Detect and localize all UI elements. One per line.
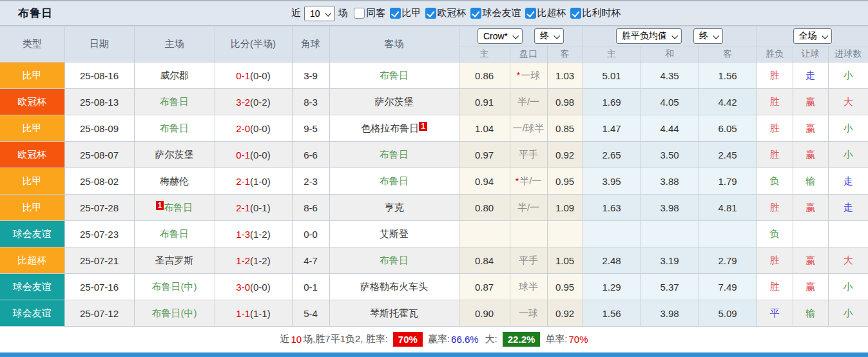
avg-odds-away: 5.09 (699, 300, 757, 327)
odds-header-group: Crow* 终 (459, 26, 583, 46)
subcol-header: 盘口 (510, 46, 547, 63)
col-header-corner: 角球 (292, 26, 329, 63)
avg-source-value: 胜平负均值 (622, 30, 667, 42)
filter-checkbox[interactable] (425, 8, 436, 19)
avg-odds-away: 2.45 (699, 142, 757, 168)
stats-page: 布鲁日 近 10 场 同客 比甲欧冠杯球会友谊比超杯比利时杯 类型 日期 (0, 0, 868, 357)
scope-value: 全场 (799, 30, 817, 42)
match-type-badge: 比甲 (0, 195, 64, 221)
same-venue-checkbox[interactable] (354, 8, 365, 19)
subcol-header: 让球 (793, 46, 828, 63)
odds-home: 0.90 (459, 300, 510, 327)
corner-count: 5-4 (292, 300, 329, 327)
halftime-score: (1-0) (250, 176, 271, 187)
avg-odds-draw: 4.44 (641, 115, 699, 142)
halftime-score: (0-0) (250, 123, 271, 134)
filter-checkbox[interactable] (570, 8, 581, 19)
team-name: 琴斯托霍瓦 (370, 307, 418, 318)
match-count-select[interactable]: 10 (304, 6, 335, 21)
team-name: 布鲁日 (380, 255, 409, 265)
result-text: 小 (844, 70, 853, 81)
odds-away: 0.95 (547, 274, 583, 300)
result-text: 走 (805, 70, 815, 81)
result-goals: 大 (828, 247, 868, 274)
team-name: 萨尔茨堡 (375, 96, 414, 107)
result-goals: 小 (828, 142, 868, 168)
avg-odds-home: 1.69 (583, 89, 641, 115)
filter-checkbox[interactable] (470, 8, 481, 19)
result-text: 赢 (805, 149, 815, 160)
result-text: 胜 (770, 122, 780, 133)
match-date: 25-08-13 (64, 89, 134, 115)
odds-away: 1.05 (547, 247, 583, 274)
avg-source-select[interactable]: 胜平负均值 (616, 28, 682, 44)
handicap-cell: *半/一 (510, 168, 547, 195)
result-text: 负 (770, 175, 780, 186)
corner-count: 0-0 (292, 221, 329, 247)
home-team-cell: 威尔郡 (134, 63, 215, 89)
match-date: 25-08-02 (64, 168, 134, 195)
team-name: 布鲁日 (380, 175, 409, 186)
match-type-badge: 欧冠杯 (0, 89, 64, 115)
result-text: 小 (844, 149, 853, 160)
team-name: 威尔郡 (160, 70, 189, 81)
subcol-header: 客 (699, 46, 757, 63)
big-badge: 22.2% (503, 332, 541, 347)
result-text: 小 (844, 122, 853, 133)
chevron-down-icon (554, 33, 560, 39)
away-team-cell: 色格拉布鲁日1 (329, 115, 459, 142)
handicap-cell: 一球 (510, 300, 547, 327)
corner-count: 2-3 (292, 168, 329, 195)
scope-select[interactable]: 全场 (793, 28, 832, 44)
score-cell: 2-1(0-1) (215, 195, 292, 221)
col-header-type: 类型 (0, 26, 64, 63)
score-cell: 2-0(0-0) (215, 115, 292, 142)
rank-badge: 1 (419, 122, 427, 131)
result-text: 赢 (805, 202, 815, 213)
bottom-accent-bar (0, 352, 868, 357)
halftime-score: (0-1) (250, 202, 271, 213)
result-text: 输 (805, 175, 815, 186)
result-handicap: 走 (793, 63, 828, 89)
handicap-label: 球半 (519, 281, 538, 292)
subcol-header: 进球数 (828, 46, 868, 63)
away-team-cell: 艾斯登 (329, 221, 459, 247)
result-text: 胜 (770, 281, 780, 292)
match-type-badge: 比超杯 (0, 247, 64, 274)
result-handicap: 赢 (793, 274, 828, 300)
handicap-label: 一球 (519, 307, 538, 318)
avg-odds-home: 1.47 (583, 115, 641, 142)
chevron-down-icon (713, 33, 719, 39)
odds-time-select[interactable]: 终 (534, 28, 564, 44)
near-label: 近 (291, 7, 301, 19)
avg-odds-draw: 3.98 (641, 195, 699, 221)
result-goals: 小 (828, 300, 868, 327)
filter-checkbox[interactable] (390, 8, 401, 19)
corner-count: 0-1 (292, 274, 329, 300)
avg-odds-away: 1.79 (699, 168, 757, 195)
handicap-label: 平手 (519, 149, 538, 160)
result-handicap: 赢 (793, 195, 828, 221)
avg-odds-draw: 5.37 (641, 274, 699, 300)
odds-source-select[interactable]: Crow* (477, 28, 523, 44)
home-team-cell: 圣吉罗斯 (134, 247, 215, 274)
avg-time-select[interactable]: 终 (693, 28, 723, 44)
result-text: 走 (844, 202, 853, 213)
odds-home: 0.86 (459, 63, 510, 89)
team-name: 布鲁日 (380, 70, 409, 81)
filter-checkbox[interactable] (525, 8, 536, 19)
away-team-cell: 布鲁日 (329, 63, 459, 89)
odds-away: 1.03 (547, 63, 583, 89)
avg-odds-draw (641, 221, 699, 247)
odds-away: 1.09 (547, 195, 583, 221)
result-text: 赢 (805, 122, 815, 133)
match-date: 25-07-12 (64, 300, 134, 327)
result-text: 赢 (805, 255, 815, 265)
halftime-score: (1-2) (250, 255, 271, 266)
avg-odds-draw: 4.05 (641, 89, 699, 115)
score-cell: 1-2(1-2) (215, 247, 292, 274)
home-team-cell: 布鲁日 (134, 115, 215, 142)
result-goals: 小 (828, 63, 868, 89)
result-outcome: 胜 (757, 63, 793, 89)
result-outcome: 负 (757, 168, 793, 195)
